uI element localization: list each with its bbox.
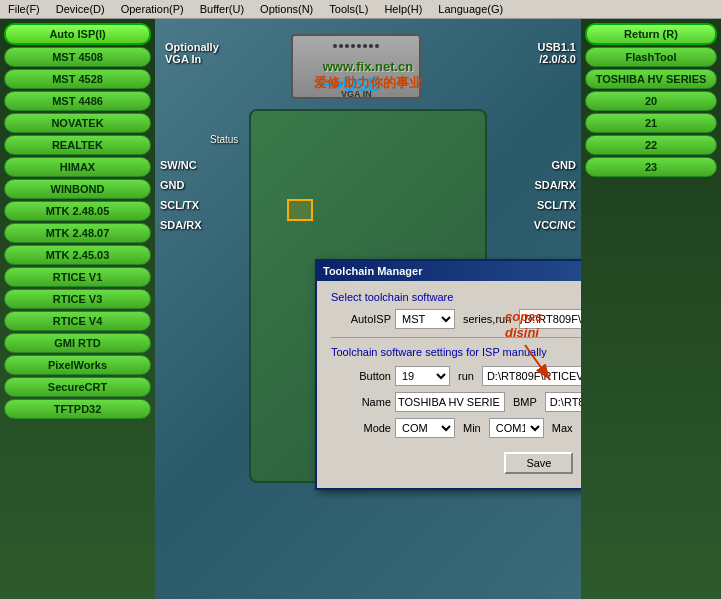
right-sidebar: Return (R) FlashTool TOSHIBA HV SERIES 2… xyxy=(581,19,721,599)
sidebar-btn-mtk24503[interactable]: MTK 2.45.03 xyxy=(4,245,151,265)
main-area: Auto ISP(I) MST 4508 MST 4528 MST 4486 N… xyxy=(0,19,721,599)
return-button[interactable]: Return (R) xyxy=(585,23,717,45)
sidebar-btn-himax[interactable]: HIMAX xyxy=(4,157,151,177)
series-run-input[interactable] xyxy=(519,309,581,329)
bmp-label: BMP xyxy=(513,396,537,408)
button-label: Button xyxy=(331,370,391,382)
mode-select[interactable]: COM xyxy=(395,418,455,438)
sidebar-btn-realtek[interactable]: REALTEK xyxy=(4,135,151,155)
sidebar-btn-rticev3[interactable]: RTICE V3 xyxy=(4,289,151,309)
menu-tools[interactable]: Tools(L) xyxy=(325,2,372,16)
sidebar-btn-rticev4[interactable]: RTICE V4 xyxy=(4,311,151,331)
dialog-overlay: copas disini Toolchain Manager ✕ xyxy=(155,19,581,599)
sidebar-btn-mtk24807[interactable]: MTK 2.48.07 xyxy=(4,223,151,243)
num-20-button[interactable]: 20 xyxy=(585,91,717,111)
menu-operation[interactable]: Operation(P) xyxy=(117,2,188,16)
sidebar-btn-tftpd32[interactable]: TFTPD32 xyxy=(4,399,151,419)
dialog-divider xyxy=(331,337,581,338)
name-input[interactable] xyxy=(395,392,505,412)
name-label: Name xyxy=(331,396,391,408)
dialog-titlebar: Toolchain Manager ✕ xyxy=(317,261,581,281)
mode-label: Mode xyxy=(331,422,391,434)
sidebar-btn-novatek[interactable]: NOVATEK xyxy=(4,113,151,133)
dialog-body: Select toolchain software AutoISP MST se… xyxy=(317,281,581,488)
autoisp-label: AutoISP xyxy=(331,313,391,325)
flashtool-button[interactable]: FlashTool xyxy=(585,47,717,67)
button-select[interactable]: 19 xyxy=(395,366,450,386)
num-22-button[interactable]: 22 xyxy=(585,135,717,155)
dialog-footer: Save Close xyxy=(331,444,581,478)
sidebar-btn-pixelworks[interactable]: PixelWorks xyxy=(4,355,151,375)
autoisp-row: AutoISP MST series,run xyxy=(331,309,581,329)
sidebar-btn-winbond[interactable]: WINBOND xyxy=(4,179,151,199)
min-select[interactable]: COM1 xyxy=(489,418,544,438)
num-21-button[interactable]: 21 xyxy=(585,113,717,133)
menu-device[interactable]: Device(D) xyxy=(52,2,109,16)
autoisp-select[interactable]: MST xyxy=(395,309,455,329)
max-label: Max xyxy=(552,422,573,434)
menu-bar: File(F) Device(D) Operation(P) Buffer(U)… xyxy=(0,0,721,19)
toolchain-dialog: Toolchain Manager ✕ Select toolchain sof… xyxy=(315,259,581,490)
name-row: Name BMP xyxy=(331,392,581,412)
toshiba-hv-button[interactable]: TOSHIBA HV SERIES xyxy=(585,69,717,89)
num-23-button[interactable]: 23 xyxy=(585,157,717,177)
sidebar-btn-mst4508[interactable]: MST 4508 xyxy=(4,47,151,67)
sidebar-btn-mst4486[interactable]: MST 4486 xyxy=(4,91,151,111)
menu-file[interactable]: File(F) xyxy=(4,2,44,16)
menu-language[interactable]: Language(G) xyxy=(434,2,507,16)
run-input[interactable] xyxy=(482,366,581,386)
menu-buffer[interactable]: Buffer(U) xyxy=(196,2,248,16)
series-run-label: series,run xyxy=(463,313,511,325)
min-label: Min xyxy=(463,422,481,434)
sidebar-btn-mst4528[interactable]: MST 4528 xyxy=(4,69,151,89)
select-software-title: Select toolchain software xyxy=(331,291,581,303)
button-row: Button 19 run xyxy=(331,366,581,386)
content-area: Optionally VGA In VGA IN USB1.1 /2 xyxy=(155,19,581,599)
sidebar-btn-autoisp[interactable]: Auto ISP(I) xyxy=(4,23,151,45)
run-label: run xyxy=(458,370,474,382)
save-button[interactable]: Save xyxy=(504,452,573,474)
sidebar-btn-gmirtd[interactable]: GMI RTD xyxy=(4,333,151,353)
mode-row: Mode COM Min COM1 Max COM16 Signature xyxy=(331,418,581,438)
dialog-title: Toolchain Manager xyxy=(323,265,422,277)
menu-help[interactable]: Help(H) xyxy=(380,2,426,16)
menu-options[interactable]: Options(N) xyxy=(256,2,317,16)
sidebar-btn-securecrt[interactable]: SecureCRT xyxy=(4,377,151,397)
sidebar-btn-rticev1[interactable]: RTICE V1 xyxy=(4,267,151,287)
sidebar-btn-mtk24805[interactable]: MTK 2.48.05 xyxy=(4,201,151,221)
bmp-input[interactable] xyxy=(545,392,581,412)
isp-manually-title: Toolchain software settings for ISP manu… xyxy=(331,346,581,358)
left-sidebar: Auto ISP(I) MST 4508 MST 4528 MST 4486 N… xyxy=(0,19,155,599)
